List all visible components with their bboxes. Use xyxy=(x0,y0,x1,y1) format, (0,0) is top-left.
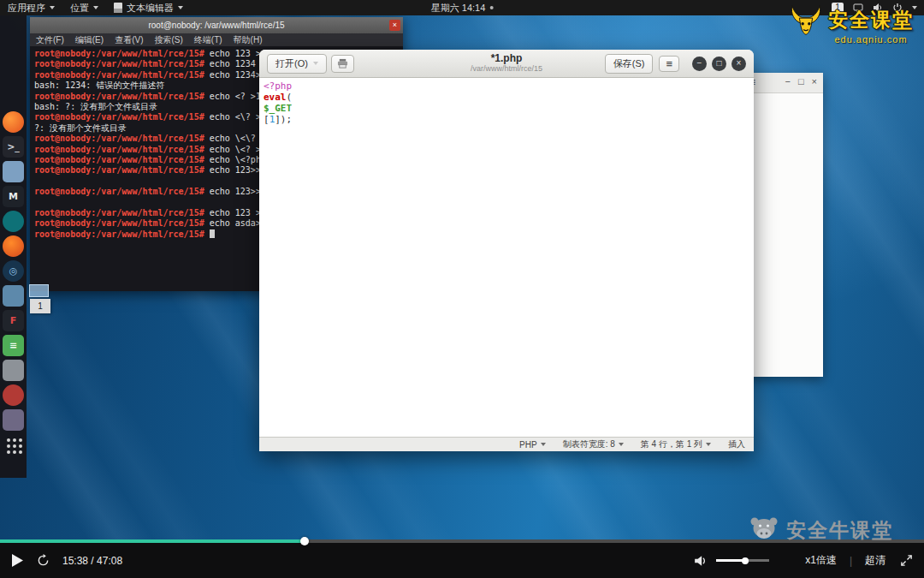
close-icon[interactable]: × xyxy=(812,76,817,86)
save-button[interactable]: 保存(S) xyxy=(605,54,654,74)
chevron-down-icon xyxy=(93,6,98,9)
volume-slider[interactable] xyxy=(716,559,769,562)
menu-edit[interactable]: 编辑(E) xyxy=(75,34,104,46)
places-label: 位置 xyxy=(70,2,89,15)
editor-headerbar: 打开(O) *1.php /var/www/html/rce/15 保存(S) … xyxy=(259,50,754,78)
editor-title: *1.php /var/www/html/rce/15 xyxy=(471,52,542,74)
background-window-controls: − □ × xyxy=(785,76,817,86)
time-display: 15:38 / 47:08 xyxy=(62,555,122,567)
bull-logo-icon xyxy=(788,2,824,43)
code-line: <?php xyxy=(264,80,749,92)
app-red-icon[interactable] xyxy=(3,384,24,406)
terminal-title: root@nobody: /var/www/html/rce/15 xyxy=(148,21,284,30)
divider: | xyxy=(850,555,852,567)
text-editor-window: 打开(O) *1.php /var/www/html/rce/15 保存(S) … xyxy=(259,50,754,451)
chevron-down-icon xyxy=(619,443,624,446)
terminal-menubar: 文件(F) 编辑(E) 查看(V) 搜索(S) 终端(T) 帮助(H) xyxy=(30,33,403,46)
chevron-down-icon xyxy=(706,443,711,446)
maximize-icon[interactable]: □ xyxy=(712,57,726,71)
active-app-menu[interactable]: 文本编辑器 xyxy=(106,0,191,15)
top-bar: 应用程序 位置 文本编辑器 星期六 14:14 1 xyxy=(0,0,924,15)
mini-label: 1 xyxy=(30,299,50,313)
burpsuite-icon[interactable] xyxy=(3,235,24,257)
desktop: 应用程序 位置 文本编辑器 星期六 14:14 1 xyxy=(0,0,924,578)
files-icon[interactable] xyxy=(3,161,24,182)
clock[interactable]: 星期六 14:14 xyxy=(431,0,494,15)
armitage-icon[interactable] xyxy=(3,211,24,232)
code-line: [1]); xyxy=(264,114,749,125)
quality-button[interactable]: 超清 xyxy=(865,553,886,568)
notification-dot-icon xyxy=(489,6,493,9)
faraday-icon[interactable]: F xyxy=(3,310,24,331)
docs-icon[interactable] xyxy=(3,409,24,431)
brand-text: 安全课堂 edu.aqniu.com xyxy=(828,2,914,45)
applications-label: 应用程序 xyxy=(8,2,45,15)
minimize-icon[interactable]: − xyxy=(692,57,707,71)
cow-logo-icon xyxy=(749,515,779,545)
replay-icon[interactable] xyxy=(37,554,50,567)
close-icon[interactable]: × xyxy=(732,57,746,71)
player-controls: 15:38 / 47:08 x1倍速 | 超清 xyxy=(0,543,924,578)
text-editor-icon[interactable]: ≡ xyxy=(3,335,24,356)
cursor-position-selector[interactable]: 第 4 行，第 1 列 xyxy=(641,438,711,450)
terminal-icon[interactable]: >_ xyxy=(3,136,24,158)
chevron-down-icon xyxy=(178,6,183,9)
language-label: PHP xyxy=(519,440,537,450)
chevron-down-icon xyxy=(541,443,546,446)
editor-window-controls: − □ × xyxy=(692,57,746,71)
menu-terminal[interactable]: 终端(T) xyxy=(194,34,222,46)
tab-width-label: 制表符宽度: 8 xyxy=(563,438,615,450)
language-selector[interactable]: PHP xyxy=(519,440,546,450)
editor-statusbar: PHP 制表符宽度: 8 第 4 行，第 1 列 插入 xyxy=(259,437,754,451)
brand-title: 安全课堂 xyxy=(828,7,914,33)
show-apps-icon[interactable] xyxy=(3,434,24,456)
open-button[interactable]: 打开(O) xyxy=(267,54,327,74)
grid-dots-icon xyxy=(7,438,10,442)
printer-icon xyxy=(337,58,348,69)
code-line: eval( xyxy=(264,92,749,103)
brand-site: edu.aqniu.com xyxy=(834,34,907,45)
document-path: /var/www/html/rce/15 xyxy=(471,64,542,74)
dock: >_M◎F≡ xyxy=(0,15,27,478)
fullscreen-icon[interactable] xyxy=(900,554,913,567)
brand-watermark: 安全课堂 edu.aqniu.com xyxy=(788,2,914,45)
zap-icon[interactable]: ◎ xyxy=(3,260,24,282)
editor-header-right: 保存(S) ≡ − □ × xyxy=(605,54,746,74)
cherrytree-icon[interactable] xyxy=(3,285,24,307)
maximize-icon[interactable]: □ xyxy=(798,76,804,86)
menu-search[interactable]: 搜索(S) xyxy=(154,34,182,46)
play-button[interactable] xyxy=(11,553,24,568)
menu-view[interactable]: 查看(V) xyxy=(115,34,143,46)
selection-box xyxy=(29,284,49,297)
applications-menu[interactable]: 应用程序 xyxy=(0,0,62,15)
firefox-icon[interactable] xyxy=(3,111,24,133)
playback-speed-button[interactable]: x1倍速 xyxy=(805,553,837,568)
video-watermark: 安全牛课堂 xyxy=(749,515,893,545)
chevron-down-icon xyxy=(313,62,318,65)
progress-fill xyxy=(0,539,305,543)
menu-help[interactable]: 帮助(H) xyxy=(234,34,263,46)
volume-fill xyxy=(716,559,745,562)
insert-mode-label: 插入 xyxy=(728,438,745,450)
editor-code[interactable]: <?phpeval($_GET[1]); xyxy=(259,78,754,437)
document-title: *1.php xyxy=(471,52,542,64)
open-button-label: 打开(O) xyxy=(275,57,308,70)
insert-mode-indicator: 插入 xyxy=(728,438,745,450)
chevron-down-icon xyxy=(50,6,55,9)
volume-handle[interactable] xyxy=(742,557,749,564)
print-button[interactable] xyxy=(331,55,354,73)
app-gray-icon[interactable] xyxy=(3,360,24,381)
tab-width-selector[interactable]: 制表符宽度: 8 xyxy=(563,438,624,450)
code-line: $_GET xyxy=(264,103,749,114)
terminal-cursor xyxy=(210,229,215,238)
metasploit-icon[interactable]: M xyxy=(3,186,24,207)
text-editor-icon xyxy=(114,3,122,13)
clock-label: 星期六 14:14 xyxy=(431,2,486,15)
close-icon[interactable]: × xyxy=(389,20,400,31)
minimize-icon[interactable]: − xyxy=(785,76,790,86)
menu-file[interactable]: 文件(F) xyxy=(36,34,64,46)
volume-icon[interactable] xyxy=(694,555,708,567)
hamburger-menu-icon[interactable]: ≡ xyxy=(659,56,679,72)
terminal-titlebar[interactable]: root@nobody: /var/www/html/rce/15 × xyxy=(30,17,403,33)
places-menu[interactable]: 位置 xyxy=(62,0,106,15)
